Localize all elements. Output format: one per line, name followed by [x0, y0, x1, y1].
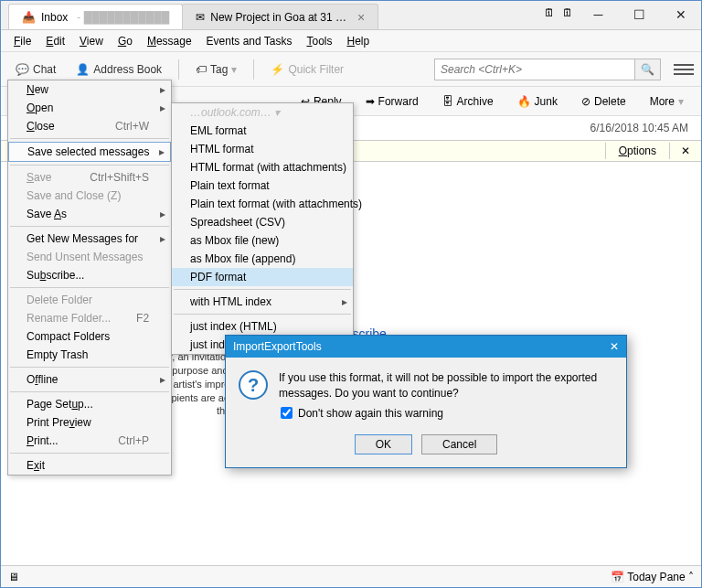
delete-button[interactable]: ⊘Delete — [571, 91, 636, 112]
app-menu-button[interactable] — [674, 64, 694, 75]
save-selected-submenu: …outlook.com… ▾ EML format HTML format H… — [171, 102, 354, 355]
submenu-outlook: …outlook.com… ▾ — [172, 103, 353, 122]
archive-icon: 🗄 — [442, 95, 453, 108]
delete-icon: ⊘ — [581, 95, 590, 108]
quickfilter-button[interactable]: ⚡Quick Filter — [263, 59, 351, 80]
separator — [253, 59, 254, 80]
submenu-csv[interactable]: Spreadsheet (CSV) — [172, 213, 353, 231]
menu-delete-folder: Delete Folder — [8, 291, 171, 309]
chevron-right-icon: ▸ — [160, 208, 165, 220]
menu-compact[interactable]: Compact Folders — [8, 327, 171, 346]
menu-exit[interactable]: Exit — [8, 456, 171, 475]
dialog-message: If you use this format, it will not be p… — [279, 370, 613, 401]
maximize-button[interactable]: ☐ — [619, 1, 660, 27]
separator — [178, 59, 179, 80]
menu-subscribe[interactable]: Subscribe... — [8, 266, 171, 284]
titlebar-icons: 🗓 🗓 — [544, 6, 573, 19]
menu-empty-trash[interactable]: Empty Trash — [8, 346, 171, 364]
menu-page-setup[interactable]: Page Setup... — [8, 395, 171, 413]
submenu-html[interactable]: HTML format — [172, 140, 353, 158]
menu-tools[interactable]: Tools — [299, 32, 339, 50]
submenu-index-html[interactable]: just index (HTML) — [172, 317, 353, 336]
more-button[interactable]: More▾ — [640, 91, 694, 112]
question-icon: ? — [239, 370, 268, 400]
menu-send-unsent: Send Unsent Messages — [8, 248, 171, 266]
addressbook-button[interactable]: 👤Address Book — [69, 59, 169, 80]
junk-button[interactable]: 🔥Junk — [507, 91, 568, 112]
forward-button[interactable]: ➡Forward — [356, 91, 429, 112]
submenu-eml[interactable]: EML format — [172, 122, 353, 140]
submenu-mbox-new[interactable]: as Mbox file (new) — [172, 231, 353, 250]
dont-show-label: Don't show again this warning — [298, 407, 443, 420]
dont-show-checkbox[interactable] — [281, 407, 292, 419]
search-input[interactable] — [434, 59, 635, 80]
submenu-mbox-append[interactable]: as Mbox file (append) — [172, 250, 353, 268]
tab-inbox-account: - ███████████ — [77, 11, 169, 24]
chat-button[interactable]: 💬Chat — [8, 59, 63, 80]
chevron-right-icon: ▸ — [160, 102, 165, 114]
tab-message[interactable]: ✉ New Project in Goa at 31 … × — [182, 4, 378, 29]
menubar: File Edit View Go Message Events and Tas… — [1, 30, 701, 52]
cancel-button[interactable]: Cancel — [421, 434, 497, 454]
menu-open[interactable]: Open▸ — [8, 99, 171, 117]
menu-go[interactable]: Go — [111, 32, 140, 50]
tab-inbox[interactable]: 📥 Inbox - ███████████ — [8, 4, 183, 29]
menu-get-new[interactable]: Get New Messages for▸ — [8, 230, 171, 248]
inbox-icon: 📥 — [22, 11, 36, 24]
tag-button[interactable]: 🏷Tag▾ — [188, 59, 244, 80]
tab-inbox-label: Inbox — [41, 11, 68, 24]
today-pane-button[interactable]: 📅 Today Pane ˄ — [611, 571, 694, 583]
menu-print[interactable]: Print...Ctrl+P — [8, 432, 171, 450]
file-menu: New▸ Open▸ CloseCtrl+W Save selected mes… — [7, 80, 172, 476]
menu-help[interactable]: Help — [339, 32, 377, 50]
envelope-icon: ✉ — [196, 11, 205, 24]
close-window-button[interactable]: ✕ — [660, 1, 701, 27]
tasks-icon[interactable]: 🗓 — [562, 6, 573, 19]
chevron-down-icon: ▾ — [678, 95, 684, 108]
menu-close[interactable]: CloseCtrl+W — [8, 117, 171, 135]
submenu-html-att[interactable]: HTML format (with attachments) — [172, 158, 353, 176]
options-button[interactable]: Options — [605, 143, 670, 159]
menu-events[interactable]: Events and Tasks — [199, 32, 300, 50]
menu-save-as[interactable]: Save As▸ — [8, 205, 171, 223]
search-button[interactable]: 🔍 — [635, 59, 661, 80]
menu-offline[interactable]: Offline▸ — [8, 370, 171, 389]
tag-icon: 🏷 — [196, 63, 207, 76]
archive-button[interactable]: 🗄Archive — [432, 91, 504, 112]
menu-new[interactable]: New▸ — [8, 80, 171, 99]
menu-message[interactable]: Message — [140, 32, 199, 50]
menu-file[interactable]: File — [6, 32, 38, 50]
ok-button[interactable]: OK — [355, 434, 412, 454]
menu-view[interactable]: View — [72, 32, 111, 50]
minimize-button[interactable]: ─ — [578, 1, 619, 27]
submenu-with-index[interactable]: with HTML index▸ — [172, 293, 353, 311]
menu-save-selected[interactable]: Save selected messages▸ — [8, 142, 171, 162]
tab-message-label: New Project in Goa at 31 … — [210, 11, 346, 24]
filter-icon: ⚡ — [271, 63, 284, 76]
statusbar: 🖥 📅 Today Pane ˄ — [1, 565, 701, 587]
chat-icon: 💬 — [16, 63, 29, 76]
chevron-right-icon: ▸ — [160, 83, 165, 96]
status-left-icon[interactable]: 🖥 — [8, 571, 19, 583]
submenu-plain[interactable]: Plain text format — [172, 176, 353, 195]
search-icon: 🔍 — [641, 63, 654, 76]
close-bar-button[interactable]: ✕ — [670, 143, 701, 159]
menu-print-preview[interactable]: Print Preview — [8, 413, 171, 432]
submenu-pdf[interactable]: PDF format — [172, 268, 353, 286]
submenu-plain-att[interactable]: Plain text format (with attachments) — [172, 195, 353, 213]
dialog-close-icon[interactable]: ✕ — [610, 340, 619, 353]
menu-save-close: Save and Close (Z) — [8, 187, 171, 205]
chevron-right-icon: ▸ — [160, 373, 165, 386]
menu-edit[interactable]: Edit — [38, 32, 72, 50]
search-box: 🔍 — [434, 59, 661, 80]
chevron-right-icon: ▸ — [160, 232, 165, 245]
close-tab-icon[interactable]: × — [357, 10, 365, 25]
dialog-titlebar: ImportExportTools ✕ — [226, 336, 626, 358]
chevron-right-icon: ▸ — [342, 295, 347, 308]
chevron-down-icon: ▾ — [231, 63, 237, 76]
window-controls: ─ ☐ ✕ — [578, 1, 701, 27]
dialog-title: ImportExportTools — [233, 340, 322, 353]
menu-save: SaveCtrl+Shift+S — [8, 168, 171, 187]
calendar-icon[interactable]: 🗓 — [544, 6, 555, 19]
chevron-up-icon: ˄ — [688, 571, 694, 583]
